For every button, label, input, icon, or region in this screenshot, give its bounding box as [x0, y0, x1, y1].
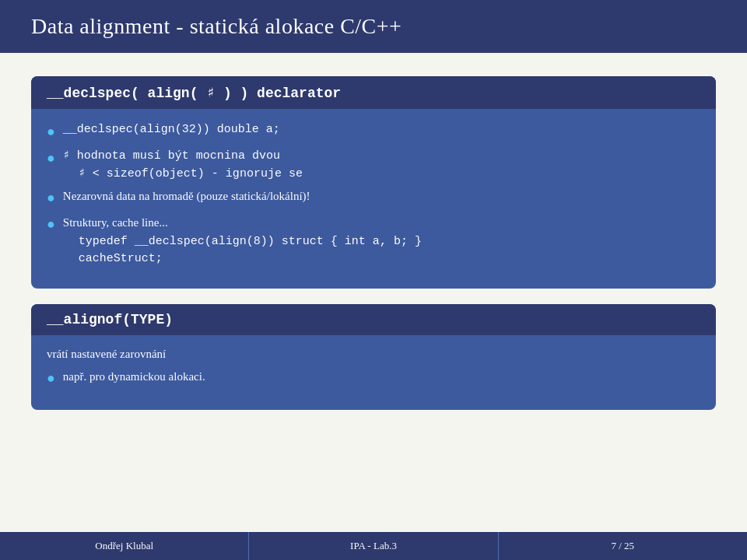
- bullet-text-4: Struktury, cache line... typedef __decls…: [63, 214, 422, 268]
- header-bar: Data alignment - statická alokace C/C++: [0, 0, 747, 53]
- alignof-bullet-dot-1: ●: [47, 369, 55, 390]
- declspec-box-header: __declspec( align( ♯ ) ) declarator: [31, 76, 716, 109]
- alignof-box-header: __alignof(TYPE): [31, 304, 716, 335]
- footer-page: 7 / 25: [499, 540, 747, 552]
- bullet-text-3: Nezarovná data na hromadě (pouze statick…: [63, 187, 310, 207]
- slide-title: Data alignment - statická alokace C/C++: [31, 14, 402, 39]
- bullet-dot-2: ●: [47, 149, 55, 170]
- bullet-text-1: __declspec(align(32)) double a;: [63, 121, 280, 139]
- bullet-item-4: ● Struktury, cache line... typedef __dec…: [47, 214, 700, 268]
- footer-course: IPA - Lab.3: [249, 540, 497, 552]
- alignof-box-header-text: __alignof(TYPE): [47, 312, 173, 327]
- main-content: __declspec( align( ♯ ) ) declarator ● __…: [0, 53, 747, 532]
- bullet-text-2: ♯ hodnota musí být mocnina dvou ♯ < size…: [63, 148, 303, 183]
- bullet-item-3: ● Nezarovná data na hromadě (pouze stati…: [47, 187, 700, 209]
- footer: Ondřej Klubal IPA - Lab.3 7 / 25: [0, 532, 747, 560]
- declspec-box-body: ● __declspec(align(32)) double a; ● ♯ ho…: [31, 109, 716, 276]
- bullet-dot-3: ●: [47, 188, 55, 209]
- declspec-box: __declspec( align( ♯ ) ) declarator ● __…: [31, 76, 716, 289]
- bullet-dot-4: ●: [47, 215, 55, 236]
- alignof-plain-text: vrátí nastavené zarovnání: [47, 345, 700, 363]
- declspec-box-header-text: __declspec( align( ♯ ) ) declarator: [47, 86, 341, 101]
- bullet-dot-1: ●: [47, 122, 55, 143]
- bullet-item-1: ● __declspec(align(32)) double a;: [47, 121, 700, 143]
- alignof-bullet-1: ● např. pro dynamickou alokaci.: [47, 368, 700, 390]
- alignof-box: __alignof(TYPE) vrátí nastavené zarovnán…: [31, 304, 716, 410]
- bullet-item-2: ● ♯ hodnota musí být mocnina dvou ♯ < si…: [47, 148, 700, 183]
- alignof-bullet-text-1: např. pro dynamickou alokaci.: [63, 368, 205, 386]
- alignof-box-body: vrátí nastavené zarovnání ● např. pro dy…: [31, 335, 716, 397]
- slide: Data alignment - statická alokace C/C++ …: [0, 0, 747, 560]
- footer-author: Ondřej Klubal: [0, 540, 248, 552]
